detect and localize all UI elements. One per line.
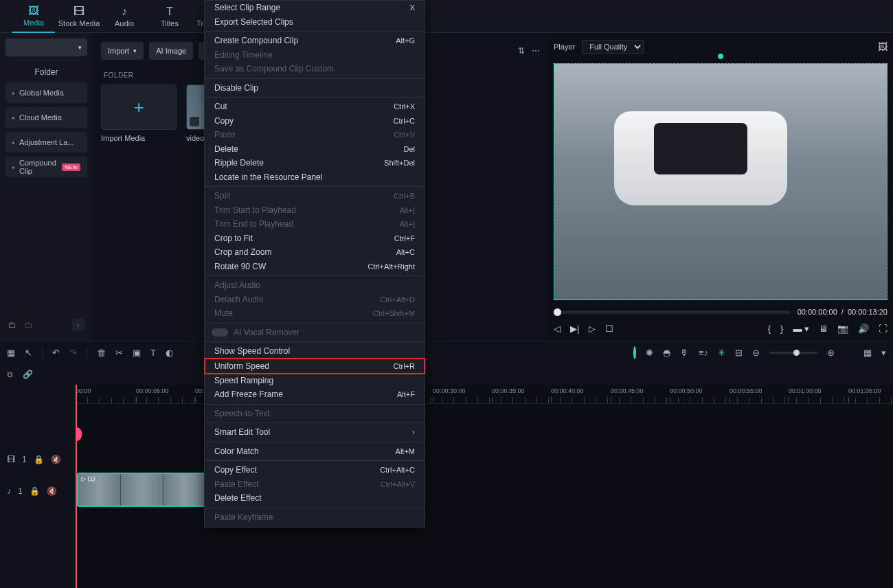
menu-separator xyxy=(205,341,425,342)
fullscreen-icon[interactable]: ⛶ xyxy=(879,324,888,334)
menu-item-color-match[interactable]: Color MatchAlt+M xyxy=(205,444,425,459)
video-clip[interactable]: ▷ (1) xyxy=(77,473,207,507)
project-dropdown[interactable] xyxy=(5,38,87,56)
clip-tool-icon[interactable]: ◐ xyxy=(166,348,173,358)
sidebar-item-cloud-media[interactable]: Cloud Media xyxy=(5,107,87,128)
zoom-in-icon[interactable]: ⊕ xyxy=(827,348,835,358)
more-icon[interactable]: ⋯ xyxy=(532,46,540,56)
tab-titles[interactable]: TTitles xyxy=(148,0,191,33)
video-mute-icon[interactable]: 🔇 xyxy=(51,455,61,464)
sidebar-item-adjustment-la-[interactable]: Adjustment La... xyxy=(5,132,87,152)
split-icon[interactable]: ✂ xyxy=(115,348,123,358)
menu-item-speed-ramping[interactable]: Speed Ramping xyxy=(205,374,425,388)
volume-icon[interactable]: 🔊 xyxy=(858,324,869,334)
display-icon[interactable]: 🖥 xyxy=(819,324,828,334)
ruler-tick: 00:00:50:00 xyxy=(670,387,703,394)
caption-icon[interactable]: ⊟ xyxy=(735,348,743,358)
audio-lock-icon[interactable]: 🔒 xyxy=(30,486,40,496)
menu-item-copy-effect[interactable]: Copy EffectCtrl+Alt+C xyxy=(205,463,425,477)
speed-icon[interactable]: ✺ xyxy=(646,348,653,358)
sidebar-item-compound-clip[interactable]: Compound ClipNEW xyxy=(5,157,87,177)
menu-item-uniform-speed[interactable]: Uniform SpeedCtrl+R xyxy=(205,359,425,374)
text-icon[interactable]: T xyxy=(150,348,156,358)
zoom-out-icon[interactable]: ⊖ xyxy=(752,348,760,358)
menu-item-copy[interactable]: CopyCtrl+C xyxy=(205,114,425,128)
menu-item-export-selected-clips[interactable]: Export Selected Clips xyxy=(205,15,425,30)
menu-item-cut[interactable]: CutCtrl+X xyxy=(205,100,425,114)
menu-label: AI Vocal Remover xyxy=(234,328,299,337)
menu-item-add-freeze-frame[interactable]: Add Freeze FrameAlt+F xyxy=(205,387,425,402)
redo-icon[interactable]: ↷ xyxy=(69,348,77,358)
menu-item-ripple-delete[interactable]: Ripple DeleteShift+Del xyxy=(205,156,425,170)
undo-icon[interactable]: ↶ xyxy=(52,348,60,358)
time-ruler[interactable]: 00:0000:00:05:0000:00:10:0000:00:30:0000… xyxy=(76,385,893,404)
sidebar-item-global-media[interactable]: Global Media xyxy=(5,82,87,103)
timeline-canvas[interactable]: 00:0000:00:05:0000:00:10:0000:00:30:0000… xyxy=(76,385,893,588)
new-folder-icon[interactable]: 🗀 xyxy=(8,320,16,330)
menu-item-show-speed-control[interactable]: Show Speed Control xyxy=(205,344,425,359)
collapse-sidebar-icon[interactable]: ‹ xyxy=(72,319,84,331)
menu-item-select-clip-range[interactable]: Select Clip RangeX xyxy=(205,1,425,15)
menu-separator xyxy=(205,186,425,187)
delete-icon[interactable]: 🗑 xyxy=(97,348,106,358)
preview-viewport[interactable] xyxy=(554,56,888,300)
menu-item-split: SplitCtrl+B xyxy=(205,189,425,203)
cursor-icon[interactable]: ↖ xyxy=(25,348,32,358)
folder-icon[interactable]: 🗀 xyxy=(25,320,33,330)
mark-in-icon[interactable]: { xyxy=(768,324,771,334)
ai-image-button[interactable]: AI Image xyxy=(149,42,193,60)
menu-shortcut: Shift+Del xyxy=(384,159,415,167)
menu-item-delete[interactable]: DeleteDel xyxy=(205,142,425,157)
import-button[interactable]: Import xyxy=(101,42,144,60)
menu-item-crop-to-fit[interactable]: Crop to FitCtrl+F xyxy=(205,231,425,246)
tab-stock-media[interactable]: 🎞Stock Media xyxy=(58,0,100,33)
menu-label: Trim Start to Playhead xyxy=(214,205,296,215)
play-icon[interactable]: ▷ xyxy=(589,324,596,334)
menu-item-delete-effect[interactable]: Delete Effect xyxy=(205,491,425,506)
view-menu-icon[interactable]: ▾ xyxy=(881,348,886,358)
preview-top-handle[interactable] xyxy=(718,54,723,59)
audio-mute-icon[interactable]: 🔇 xyxy=(47,486,57,496)
mic-icon[interactable]: 🎙 xyxy=(680,348,689,358)
mask-icon[interactable]: ◓ xyxy=(663,348,670,358)
play-backward-icon[interactable]: ▶| xyxy=(570,324,579,334)
snapshot-icon[interactable]: 🖼 xyxy=(878,41,888,52)
camera-icon[interactable]: 📷 xyxy=(837,324,848,334)
aspect-icon[interactable]: ▬ ▾ xyxy=(793,324,809,334)
menu-item-locate-in-the-resource-panel[interactable]: Locate in the Resource Panel xyxy=(205,170,425,185)
video-lock-icon[interactable]: 🔒 xyxy=(34,455,44,464)
mark-out-icon[interactable]: } xyxy=(780,324,783,334)
menu-item-smart-edit-tool[interactable]: Smart Edit Tool xyxy=(205,425,425,440)
duplicate-icon[interactable]: ⧉ xyxy=(7,370,13,379)
grid-icon[interactable]: ▦ xyxy=(7,348,15,358)
stop-icon[interactable]: ☐ xyxy=(605,324,613,334)
filter-icon[interactable]: ⇅ xyxy=(518,46,525,56)
audio-icon: ♪ xyxy=(122,5,127,18)
zoom-slider[interactable] xyxy=(769,352,817,354)
player-scrubber[interactable] xyxy=(554,310,791,314)
prev-frame-icon[interactable]: ◁ xyxy=(554,324,561,334)
crop-icon[interactable]: ▣ xyxy=(133,348,141,358)
tab-media[interactable]: 🖼Media xyxy=(12,0,55,33)
menu-shortcut: Alt+F xyxy=(397,390,415,398)
menu-item-disable-clip[interactable]: Disable Clip xyxy=(205,81,425,95)
player-time-current: 00:00:00:00 xyxy=(798,308,837,316)
video-track-icon[interactable]: 🎞 xyxy=(7,455,15,464)
audio-icon[interactable]: ≡♪ xyxy=(699,348,708,358)
menu-item-crop-and-zoom[interactable]: Crop and ZoomAlt+C xyxy=(205,245,425,260)
tab-audio[interactable]: ♪Audio xyxy=(103,0,146,33)
effects-icon[interactable]: ✳ xyxy=(718,348,725,358)
titles-icon: T xyxy=(166,5,173,18)
audio-track-icon[interactable]: ♪ xyxy=(7,486,11,496)
menu-item-rotate-cw[interactable]: Rotate 90 CWCtrl+Alt+Right xyxy=(205,260,425,274)
menu-label: Delete xyxy=(214,144,238,154)
menu-item-create-compound-clip[interactable]: Create Compound ClipAlt+G xyxy=(205,34,425,48)
link-icon[interactable]: 🔗 xyxy=(23,370,33,379)
badge: NEW xyxy=(62,163,80,171)
ruler-tick: 00:01:05:00 xyxy=(848,387,881,394)
media-tile-import-media[interactable]: +Import Media xyxy=(101,84,177,142)
playhead[interactable] xyxy=(76,385,77,588)
ai-circle-icon[interactable] xyxy=(633,348,636,358)
quality-select[interactable]: Full Quality xyxy=(582,40,644,54)
view-grid-icon[interactable]: ▦ xyxy=(863,348,872,358)
